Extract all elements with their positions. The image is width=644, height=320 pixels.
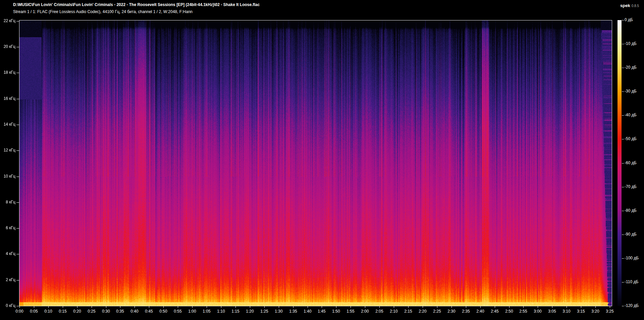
time-tick-label: 0:10	[41, 309, 56, 314]
time-tick	[34, 306, 34, 308]
time-tick-label: 1:50	[329, 309, 343, 314]
db-tick	[622, 163, 624, 164]
time-tick-label: 0:55	[170, 309, 185, 314]
time-tick-label: 0:40	[127, 309, 142, 314]
time-tick-label: 2:30	[444, 309, 459, 314]
freq-tick-label: 12 кГц	[0, 148, 15, 153]
spek-window: D:\MUSIC\Fun Lovin' Criminals\Fun Lovin'…	[0, 0, 644, 320]
time-tick-label: 2:05	[372, 309, 387, 314]
db-tick	[622, 68, 624, 68]
db-tick	[622, 139, 624, 139]
db-tick	[622, 91, 624, 92]
freq-tick-label: 22 кГц	[0, 18, 15, 23]
time-tick-label: 3:10	[559, 309, 574, 314]
time-tick-label: 0:35	[113, 309, 127, 314]
freq-tick-label: 14 кГц	[0, 122, 15, 127]
app-name: spek	[620, 3, 630, 8]
time-tick	[379, 306, 380, 308]
time-tick-label: 0:50	[156, 309, 171, 314]
time-tick-label: 1:10	[214, 309, 228, 314]
file-path-title: D:\MUSIC\Fun Lovin' Criminals\Fun Lovin'…	[13, 2, 260, 7]
freq-tick	[16, 125, 19, 125]
time-tick-label: 0:15	[55, 309, 70, 314]
time-tick-label: 0:25	[84, 309, 99, 314]
time-tick-label: 2:40	[473, 309, 488, 314]
time-tick-label: 0:20	[70, 309, 85, 314]
time-tick	[581, 306, 581, 308]
time-tick	[178, 306, 178, 308]
time-tick-label: 1:40	[300, 309, 315, 314]
db-tick	[622, 235, 624, 235]
time-tick-label: 1:45	[314, 309, 329, 314]
time-tick-label: 2:50	[502, 309, 517, 314]
time-tick-label: 2:55	[516, 309, 531, 314]
time-tick-label: 3:20	[588, 309, 603, 314]
time-tick-label: 1:55	[343, 309, 358, 314]
time-tick	[207, 306, 207, 308]
time-tick-label: 0:30	[99, 309, 113, 314]
time-tick	[92, 306, 92, 308]
time-tick	[595, 306, 596, 308]
freq-tick	[16, 47, 19, 47]
freq-tick	[16, 202, 19, 203]
db-tick-label: 0 дБ	[625, 17, 633, 22]
time-tick	[63, 306, 63, 308]
db-tick-label: -60 дБ	[625, 161, 637, 166]
time-tick	[19, 306, 20, 308]
freq-tick	[16, 21, 19, 21]
db-tick	[622, 115, 624, 116]
freq-tick	[16, 177, 19, 177]
time-tick	[77, 306, 77, 308]
time-tick-label: 1:25	[257, 309, 272, 314]
time-tick-label: 1:15	[228, 309, 243, 314]
db-tick-label: -40 дБ	[625, 113, 637, 118]
freq-tick-label: 18 кГц	[0, 70, 15, 75]
time-tick	[523, 306, 524, 308]
db-tick-label: -80 дБ	[625, 208, 637, 213]
time-tick	[135, 306, 135, 308]
time-tick	[336, 306, 336, 308]
db-tick-label: -100 дБ	[625, 256, 639, 261]
stream-info: Stream 1 / 1: FLAC (Free Lossless Audio …	[13, 9, 193, 14]
time-tick-label: 3:25	[602, 309, 617, 314]
time-tick	[408, 306, 409, 308]
time-tick	[106, 306, 106, 308]
time-tick	[120, 306, 120, 308]
time-tick	[308, 306, 308, 308]
time-tick	[264, 306, 265, 308]
time-tick-label: 1:20	[243, 309, 257, 314]
app-version-number: 0.8.5	[632, 4, 639, 8]
db-tick	[622, 44, 624, 44]
time-tick	[351, 306, 351, 308]
db-tick-label: -10 дБ	[625, 41, 637, 46]
time-tick-label: 2:10	[386, 309, 401, 314]
db-tick-label: -110 дБ	[625, 279, 638, 284]
time-tick-label: 1:35	[286, 309, 301, 314]
freq-tick-label: 16 кГц	[0, 96, 15, 101]
time-tick	[279, 306, 279, 308]
time-tick	[466, 306, 466, 308]
db-tick	[622, 20, 624, 20]
time-tick-label: 2:45	[487, 309, 502, 314]
time-tick-label: 1:30	[271, 309, 286, 314]
time-tick	[322, 306, 322, 308]
db-tick-label: -90 дБ	[625, 232, 637, 237]
freq-tick	[16, 280, 19, 280]
time-tick-label: 2:00	[358, 309, 372, 314]
app-version-badge: spek0.8.5	[620, 2, 639, 8]
spectrogram-canvas	[19, 20, 612, 306]
freq-tick-label: 8 кГц	[0, 200, 15, 205]
freq-tick-label: 10 кГц	[0, 174, 15, 179]
time-tick-label: 3:15	[574, 309, 588, 314]
time-tick	[495, 306, 495, 308]
time-tick-label: 1:00	[185, 309, 200, 314]
time-tick-label: 2:15	[401, 309, 416, 314]
time-tick	[567, 306, 567, 308]
db-tick	[622, 187, 624, 187]
freq-tick-label: 6 кГц	[0, 226, 15, 231]
freq-tick	[16, 99, 19, 99]
freq-tick	[16, 228, 19, 229]
time-tick-label: 0:05	[26, 309, 41, 314]
freq-tick-label: 20 кГц	[0, 44, 15, 49]
time-tick	[423, 306, 423, 308]
